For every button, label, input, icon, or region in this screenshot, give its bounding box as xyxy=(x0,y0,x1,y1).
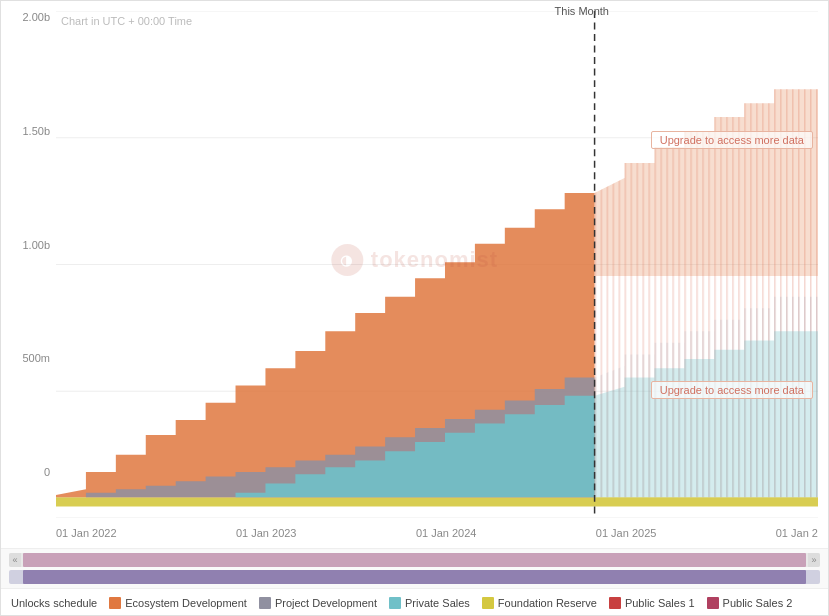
legend-foundation-label: Foundation Reserve xyxy=(498,597,597,609)
upgrade-banner-top[interactable]: Upgrade to access more data xyxy=(651,131,813,149)
x-label-4: 01 Jan 2 xyxy=(776,527,818,539)
legend-ecosystem: Ecosystem Development xyxy=(109,597,247,609)
chart-subtitle: Chart in UTC + 00:00 Time xyxy=(61,15,192,27)
legend-public2-swatch xyxy=(707,597,719,609)
y-label-500m: 500m xyxy=(22,352,50,364)
legend-foundation: Foundation Reserve xyxy=(482,597,597,609)
legend-area: Unlocks schedule Ecosystem Development P… xyxy=(1,588,828,615)
legend-unlocks: Unlocks schedule xyxy=(11,597,97,609)
this-month-label: This Month xyxy=(555,5,609,17)
y-label-1-5b: 1.50b xyxy=(22,125,50,137)
legend-public1-label: Public Sales 1 xyxy=(625,597,695,609)
x-label-0: 01 Jan 2022 xyxy=(56,527,117,539)
chart-svg xyxy=(56,11,818,518)
x-label-1: 01 Jan 2023 xyxy=(236,527,297,539)
chart-area: 0 500m 1.00b 1.50b 2.00b Chart in UTC + … xyxy=(1,1,828,518)
legend-private-swatch xyxy=(389,597,401,609)
legend-project: Project Development xyxy=(259,597,377,609)
scrollbar-thumb-pink[interactable] xyxy=(23,553,806,567)
legend-unlocks-label: Unlocks schedule xyxy=(11,597,97,609)
scrollbar-purple[interactable] xyxy=(9,570,820,584)
upgrade-banner-bottom[interactable]: Upgrade to access more data xyxy=(651,381,813,399)
legend-public1-swatch xyxy=(609,597,621,609)
legend-ecosystem-swatch xyxy=(109,597,121,609)
x-label-2: 01 Jan 2024 xyxy=(416,527,477,539)
legend-public2-label: Public Sales 2 xyxy=(723,597,793,609)
legend-public1: Public Sales 1 xyxy=(609,597,695,609)
chart-container: 0 500m 1.00b 1.50b 2.00b Chart in UTC + … xyxy=(0,0,829,616)
x-labels: 01 Jan 2022 01 Jan 2023 01 Jan 2024 01 J… xyxy=(56,527,818,539)
y-label-2b: 2.00b xyxy=(22,11,50,23)
legend-project-label: Project Development xyxy=(275,597,377,609)
legend-private: Private Sales xyxy=(389,597,470,609)
scroll-right-btn[interactable]: » xyxy=(808,553,820,567)
x-axis: 01 Jan 2022 01 Jan 2023 01 Jan 2024 01 J… xyxy=(1,518,828,548)
scroll-left-btn[interactable]: « xyxy=(9,553,21,567)
scrollbar-pink[interactable]: « » xyxy=(9,553,820,567)
y-label-1b: 1.00b xyxy=(22,239,50,251)
x-label-3: 01 Jan 2025 xyxy=(596,527,657,539)
scrollbar-area: « » xyxy=(1,548,828,588)
legend-project-swatch xyxy=(259,597,271,609)
legend-public2: Public Sales 2 xyxy=(707,597,793,609)
legend-ecosystem-label: Ecosystem Development xyxy=(125,597,247,609)
y-label-0: 0 xyxy=(44,466,50,478)
scrollbar-thumb-purple[interactable] xyxy=(23,570,806,584)
legend-foundation-swatch xyxy=(482,597,494,609)
legend-private-label: Private Sales xyxy=(405,597,470,609)
y-axis: 0 500m 1.00b 1.50b 2.00b xyxy=(1,11,56,478)
